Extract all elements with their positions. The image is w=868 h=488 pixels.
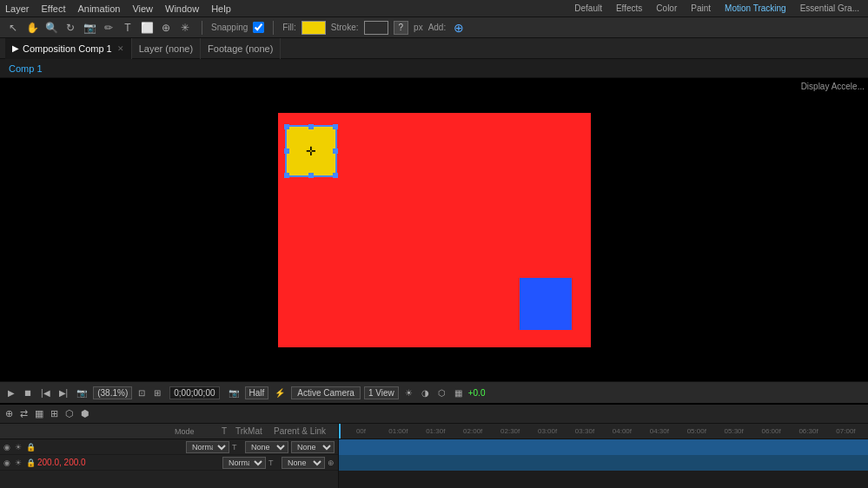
handle-bm[interactable] — [308, 173, 314, 178]
stroke-color-box[interactable] — [364, 21, 388, 35]
camera-tool-icon[interactable]: 📷 — [82, 20, 97, 36]
layer-lock-icon-1[interactable]: 🔒 — [26, 443, 35, 452]
layer-vis-icon-1[interactable]: ◉ — [3, 443, 12, 452]
viewer-panel: ✛ Display Accele... — [0, 78, 868, 381]
handle-mr[interactable] — [333, 148, 338, 154]
mark-10: 05:30f — [715, 427, 752, 435]
tl-icon-4[interactable]: ⊞ — [49, 408, 60, 419]
handle-bl[interactable] — [284, 173, 289, 178]
clone-tool-icon[interactable]: ⊕ — [158, 20, 174, 36]
handle-br[interactable] — [333, 173, 338, 178]
fast-preview-icon[interactable]: ⚡ — [272, 388, 288, 398]
pen-tool-icon[interactable]: ✏ — [101, 20, 116, 36]
mark-7: 04:00f — [603, 427, 640, 435]
roi-icon[interactable]: ⬡ — [435, 388, 448, 398]
tab-layer[interactable]: Layer (none) — [132, 38, 201, 59]
zoom-tool-icon[interactable]: 🔍 — [43, 20, 59, 36]
layer-trimask-2[interactable]: None — [282, 457, 325, 469]
layer-solo-icon-2[interactable]: ☀ — [15, 458, 23, 467]
views-selector[interactable]: 1 View — [364, 386, 399, 399]
tl-icon-6[interactable]: ⬢ — [79, 408, 91, 419]
layer-t-1[interactable]: T — [232, 443, 242, 452]
blue-shape-layer — [520, 278, 572, 330]
menu-item-window[interactable]: Window — [165, 3, 199, 14]
handle-tl[interactable] — [284, 124, 289, 129]
text-tool-icon[interactable]: T — [120, 20, 136, 36]
layer-mode-1[interactable]: Normal — [186, 441, 229, 453]
mark-6: 03:30f — [567, 427, 604, 435]
tl-icon-1[interactable]: ⊕ — [3, 408, 15, 419]
stroke-label: Stroke: — [331, 23, 359, 32]
tool-icons: ↖ ✋ 🔍 ↻ 📷 ✏ T ⬜ ⊕ ✳ — [5, 20, 193, 36]
mark-0: 00f — [342, 427, 380, 435]
snapping-checkbox[interactable] — [253, 22, 264, 33]
workspace-essential[interactable]: Essential Gra... — [797, 3, 863, 13]
layer-row-2[interactable]: ◉ ☀ 🔒 200.0, 200.0 Normal T None ⊕ — [0, 455, 338, 471]
handle-tr[interactable] — [333, 124, 338, 129]
snapshot-icon[interactable]: 📷 — [226, 388, 242, 398]
px-label: px — [414, 23, 423, 32]
layer-vis-icon-2[interactable]: ◉ — [3, 458, 12, 467]
yellow-shape-layer[interactable]: ✛ — [285, 125, 337, 177]
preview-play-icon[interactable]: ▶ — [5, 388, 17, 398]
color-manage-icon[interactable]: ◑ — [419, 388, 432, 398]
trimask-col-header: TrkMat — [235, 426, 270, 436]
handle-tm[interactable] — [308, 124, 314, 129]
quality-selector[interactable]: Half — [245, 386, 269, 399]
snapping-label: Snapping — [211, 23, 248, 32]
workspace-motion-tracking[interactable]: Motion Tracking — [721, 3, 790, 13]
layer-trimask-1[interactable]: None — [245, 441, 288, 453]
tab-footage-label: Footage (none) — [208, 43, 273, 54]
menu-item-animation[interactable]: Animation — [77, 3, 120, 14]
handle-ml[interactable] — [284, 148, 289, 154]
tab-composition[interactable]: ▶ Composition Comp 1 ✕ — [5, 38, 132, 59]
menu-item-layer[interactable]: Layer — [5, 3, 30, 14]
puppet-tool-icon[interactable]: ✳ — [177, 20, 193, 36]
workspace-effects[interactable]: Effects — [613, 3, 646, 13]
mark-8: 04:30f — [640, 427, 678, 435]
layer-lock-icon-2[interactable]: 🔒 — [26, 458, 35, 467]
tab-footage[interactable]: Footage (none) — [201, 38, 281, 59]
select-tool-icon[interactable]: ↖ — [5, 20, 21, 36]
shape-tool-icon[interactable]: ⬜ — [139, 20, 155, 36]
preview-frame-back-icon[interactable]: |◀ — [38, 388, 53, 398]
workspace-paint[interactable]: Paint — [687, 3, 714, 13]
preview-camera-icon[interactable]: 📷 — [74, 388, 89, 398]
add-icon[interactable]: ⊕ — [451, 20, 467, 36]
fill-color-box[interactable] — [301, 21, 326, 35]
panel-tabs: ▶ Composition Comp 1 ✕ Layer (none) Foot… — [0, 38, 868, 59]
zoom-selector[interactable]: (38.1%) — [93, 386, 132, 399]
preview-frame-fwd-icon[interactable]: ▶| — [56, 388, 71, 398]
hand-tool-icon[interactable]: ✋ — [24, 20, 40, 36]
workspace-color[interactable]: Color — [653, 3, 680, 13]
tl-icon-3[interactable]: ▦ — [33, 408, 45, 419]
layer-t-2[interactable]: T — [268, 458, 279, 467]
workspace-default[interactable]: Default — [571, 3, 606, 13]
menu-item-help[interactable]: Help — [211, 3, 231, 14]
layer-row-1[interactable]: ◉ ☀ 🔒 Normal T None None — [0, 439, 338, 455]
timecode-display[interactable]: 0;00;00;00 — [169, 386, 219, 399]
tl-icon-2[interactable]: ⇄ — [18, 408, 30, 419]
tl-icon-5[interactable]: ⬡ — [63, 408, 76, 419]
layer-header: Mode T TrkMat Parent & Link — [0, 424, 338, 439]
grid-icon[interactable]: ⊞ — [151, 388, 163, 398]
layer-solo-icon-1[interactable]: ☀ — [15, 443, 23, 452]
menu-item-view[interactable]: View — [132, 3, 153, 14]
layer-mode-2[interactable]: Normal — [222, 457, 266, 469]
main-content: ✛ Display Accele... — [0, 78, 868, 381]
preview-stop-icon[interactable]: ⏹ — [21, 388, 35, 398]
layer-link-icon-2[interactable]: ⊕ — [328, 458, 335, 467]
menu-item-effect[interactable]: Effect — [42, 3, 66, 14]
transparency-icon[interactable]: ▦ — [452, 388, 465, 398]
exposure-icon[interactable]: ☀ — [402, 388, 415, 398]
menu-bar: Layer Effect Animation View Window Help … — [0, 0, 868, 17]
rotate-tool-icon[interactable]: ↻ — [63, 20, 78, 36]
offset-value: +0.0 — [468, 388, 486, 398]
layer-parent-1[interactable]: None — [291, 441, 335, 453]
timeline-playhead[interactable] — [339, 424, 341, 439]
stroke-question-btn[interactable]: ? — [394, 21, 409, 35]
comp-label-bar: Comp 1 — [0, 59, 868, 78]
camera-selector[interactable]: Active Camera — [291, 386, 361, 399]
fit-to-frame-icon[interactable]: ⊡ — [136, 388, 148, 398]
comp-tab-close[interactable]: ✕ — [117, 44, 124, 53]
